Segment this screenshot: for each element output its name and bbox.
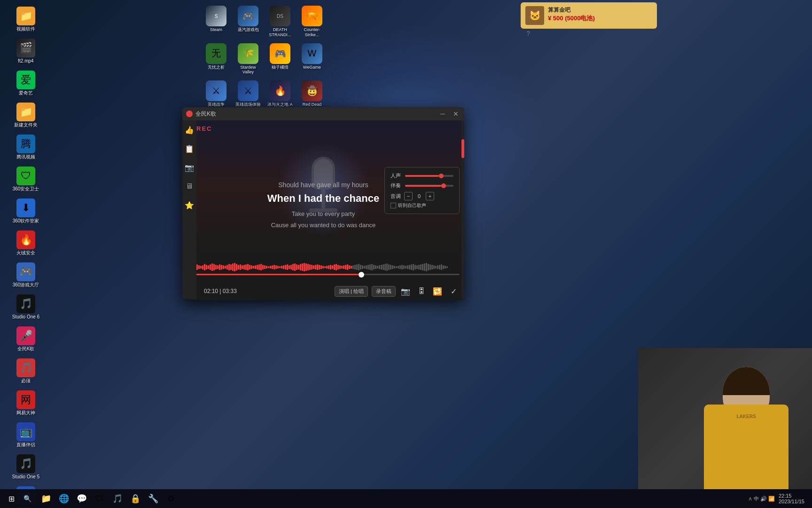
ktv-close-button[interactable]: ✕ [451,109,461,119]
taskbar-browser[interactable]: 🌐 [55,490,72,507]
icon-steamgames[interactable]: 🎮 蒸汽游戏包 [233,4,263,40]
taskbar-tool[interactable]: 🔧 [145,490,162,507]
hero1-icon: ⚔ [206,80,226,101]
icon-stardew[interactable]: 🌾 Stardew Valley [233,41,263,77]
ktv-titlebar: 全民K歌 ─ ✕ [182,107,464,120]
donation-text: 算算金吧 ¥ 500 (5000电池) [548,6,652,23]
time-display: 02:10 | 03:33 [204,288,237,294]
repeat-button[interactable]: 🔁 [431,285,444,297]
accompaniment-slider[interactable] [405,185,453,187]
zhibo-label: 直播伴侣 [16,442,35,448]
taskbar-security[interactable]: 🔒 [127,490,144,507]
start-button[interactable]: ⊞ [4,491,19,506]
eq-decrease-button[interactable]: − [404,192,413,200]
taskbar-chat[interactable]: 💬 [73,490,90,507]
vocal-volume-row: 人声 [390,172,453,179]
huorong-label: 火绒安全 [16,250,35,256]
vocal-slider[interactable] [405,175,453,177]
quanmin-label: 全民K歌 [17,346,35,352]
screenshot-button[interactable]: 📷 [399,285,412,297]
ktv-list-button[interactable]: 📋 [184,143,195,154]
desktop-icon-360dl[interactable]: ⬇ 360软件管家 [5,197,47,226]
ktv-app-icon [186,111,193,117]
donation-popup: 🐱 算算金吧 ¥ 500 (5000电池) ? [521,2,657,29]
desktop-icon-studioone5[interactable]: 🎵 Studio One 5 [5,452,47,482]
search-button[interactable]: 🔍 [21,492,34,505]
taskbar-music[interactable]: 🎵 [109,490,126,507]
yuzujuqing-label: 柚子橘情 [272,65,289,70]
webcam-feed: LAKERS [638,348,812,489]
desktop-icon-folder2[interactable]: 📁 新建文件夹 [5,101,47,130]
hero1-label: 英雄战争 [208,102,225,107]
desktop-icon-studioone[interactable]: 🎵 Studio One 6 [5,293,47,322]
donation-avatar: 🐱 [525,6,544,25]
desktop-icon-360[interactable]: 🛡 360安全卫士 [5,165,47,194]
vocal-thumb [439,174,444,178]
360-label: 360安全卫士 [13,186,39,192]
desktop-icon-huorong[interactable]: 🔥 火绒安全 [5,229,47,258]
icewithfire-icon: 🔥 [270,80,290,101]
icon-wegame[interactable]: W WeGame [297,41,327,77]
taskbar-shield[interactable]: 🛡 [91,490,108,507]
desktop-icon-quanmin[interactable]: 🎤 全民K歌 [5,325,47,354]
folder2-label: 新建文件夹 [14,122,38,128]
hear-self-checkbox[interactable]: 听到自己歌声 [390,202,453,209]
folder1-label: 视频软件 [16,26,35,32]
eq-increase-button[interactable]: + [426,192,434,200]
desktop-icon-neteasemusic[interactable]: 网 网易大神 [5,389,47,418]
icon-csgo[interactable]: 🔫 Counter-Strike... [297,4,327,40]
neteasemusic-icon: 网 [16,390,35,409]
icon-wuyou[interactable]: 无 无忧之析 [201,41,231,77]
ktv-scrollbar[interactable] [461,120,464,299]
desktop-icon-zhibo[interactable]: 📺 直播伴侣 [5,421,47,450]
waveform-display [187,262,460,272]
vocal-fill [405,175,439,177]
stardew-label: Stardew Valley [235,65,261,75]
studioone-label: Studio One 6 [12,314,39,320]
progress-track[interactable] [187,274,460,275]
desktop-icon-tencent[interactable]: 腾 腾讯视频 [5,133,47,162]
icon-deathstranding[interactable]: DS DEATH STRANDI... [265,4,295,40]
360game-label: 360游戏大厅 [13,282,39,288]
yuzujuqing-icon: 🎮 [270,43,290,64]
taskbar-file-explorer[interactable]: 📁 [38,490,55,507]
wegame-icon: W [302,43,322,64]
icon-steam[interactable]: S Steam [201,4,231,40]
equalizer-button[interactable]: 🎛 [415,285,428,297]
person-body: LAKERS [704,405,789,489]
desktop-icon-iqiyi[interactable]: 爱 爱奇艺 [5,69,47,98]
ktv-like-button[interactable]: 👍 [184,124,195,135]
taskbar-app8[interactable]: ⚙ [163,490,180,507]
360dl-label: 360软件管家 [13,218,39,224]
titlebar-controls: ─ ✕ [438,109,461,119]
ft2-label: ft2.mp4 [18,58,33,64]
score-mode-button[interactable]: 演唱 | 绘唱 [335,286,368,297]
progress-thumb[interactable] [359,272,364,278]
folder2-icon: 📁 [16,103,35,121]
ktv-screen-button[interactable]: 🖥 [184,181,195,192]
ktv-main-content: REC Should have gave all my hours When I… [182,120,464,259]
volume-panel: 人声 伴奏 音调 − 0 + [384,167,460,214]
360game-icon: 🎮 [16,262,35,281]
desktop-icon-360game[interactable]: 🎮 360游戏大厅 [5,261,47,290]
desktop-icon-ft2[interactable]: 🎬 ft2.mp4 [5,37,47,66]
ktv-scrollbar-thumb [461,139,464,158]
ktv-star-button[interactable]: ⭐ [184,199,195,211]
webcam-overlay: LAKERS [638,348,812,489]
hear-self-cb-box [390,203,396,208]
ktv-minimize-button[interactable]: ─ [438,109,447,119]
ktv-camera-button[interactable]: 📷 [184,162,195,173]
wuyou-label: 无忧之析 [208,65,225,70]
wuyou-icon: 无 [206,43,226,64]
desktop-icon-folder1[interactable]: 📁 视频软件 [5,5,47,34]
desktop-icon-biqiu[interactable]: 🎵 必须 [5,357,47,386]
neteasemusic-label: 网易大神 [16,410,35,416]
confirm-button[interactable]: ✓ [447,285,460,297]
icon-yuzujuqing[interactable]: 🎮 柚子橘情 [265,41,295,77]
record-button[interactable]: 录音稿 [372,286,396,297]
steamgames-icon: 🎮 [238,6,258,26]
eq-label: 音调 [390,193,402,200]
streamer-person: LAKERS [680,357,798,489]
body-logo: LAKERS [704,405,789,419]
taskbar: ⊞ 🔍 📁 🌐 💬 🛡 🎵 🔒 🔧 ⚙ ∧ 中 🔊 📶 22:152023/11… [0,489,812,508]
